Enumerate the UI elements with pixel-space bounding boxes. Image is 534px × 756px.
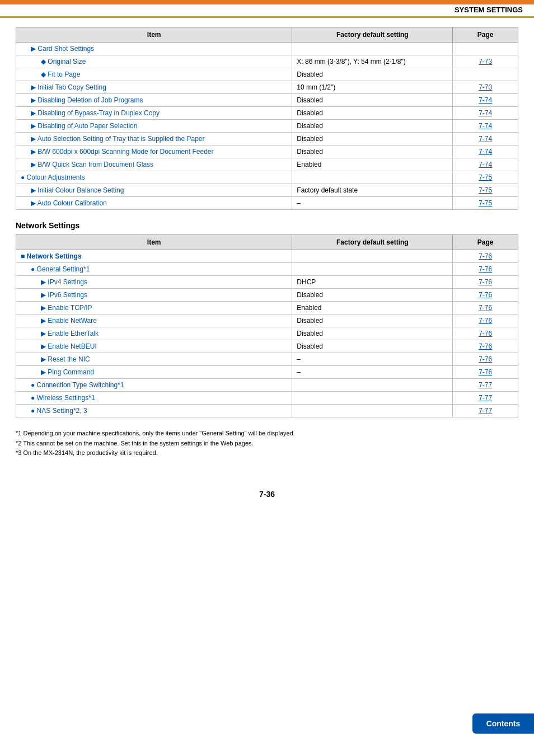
row-page [453, 68, 518, 81]
row-item: ▶ B/W 600dpi x 600dpi Scanning Mode for … [16, 145, 292, 158]
row-factory: Disabled [292, 314, 453, 327]
table-row: ▶ Disabling Deletion of Job ProgramsDisa… [16, 94, 518, 107]
row-page: 7-76 [453, 314, 518, 327]
footnote-item: *3 On the MX-2314N, the productivity kit… [16, 448, 518, 458]
row-factory [292, 392, 453, 405]
row-page: 7-76 [453, 340, 518, 353]
row-item: ▶ Auto Selection Setting of Tray that is… [16, 133, 292, 145]
row-page: 7-74 [453, 107, 518, 120]
row-factory: DHCP [292, 276, 453, 289]
row-factory: Disabled [292, 94, 453, 107]
col-page-header2: Page [453, 235, 518, 250]
row-factory: Enabled [292, 158, 453, 171]
row-item: ▶ Disabling of Auto Paper Selection [16, 120, 292, 133]
row-item: ▶ Card Shot Settings [16, 43, 292, 55]
main-content: Item Factory default setting Page ▶ Card… [0, 18, 534, 467]
row-item: ■ Network Settings [16, 250, 292, 263]
row-item: ● Colour Adjustments [16, 171, 292, 184]
row-item: ▶ Disabling Deletion of Job Programs [16, 94, 292, 107]
row-factory: Disabled [292, 133, 453, 145]
network-settings-title: Network Settings [16, 221, 518, 230]
row-item: ◆ Original Size [16, 55, 292, 68]
row-factory [292, 263, 453, 276]
row-page: 7-74 [453, 94, 518, 107]
top-orange-bar [0, 0, 534, 4]
row-page: 7-73 [453, 55, 518, 68]
row-item: ▶ Enable NetWare [16, 314, 292, 327]
table-row: ▶ Disabling of Auto Paper SelectionDisab… [16, 120, 518, 133]
row-factory: Disabled [292, 68, 453, 81]
row-factory: – [292, 197, 453, 210]
row-factory [292, 250, 453, 263]
row-factory: Disabled [292, 327, 453, 340]
row-page: 7-76 [453, 289, 518, 302]
row-page: 7-75 [453, 171, 518, 184]
row-page: 7-76 [453, 276, 518, 289]
table-row: ▶ IPv4 SettingsDHCP7-76 [16, 276, 518, 289]
table-row: ● Wireless Settings*17-77 [16, 392, 518, 405]
table-row: ● NAS Setting*2, 37-77 [16, 405, 518, 417]
table-row: ▶ Enable TCP/IPEnabled7-76 [16, 302, 518, 314]
row-item: ▶ Ping Command [16, 366, 292, 379]
row-page: 7-75 [453, 184, 518, 197]
row-item: ▶ Initial Tab Copy Setting [16, 81, 292, 94]
row-factory: Disabled [292, 289, 453, 302]
col-item-header2: Item [16, 235, 292, 250]
row-factory: Factory default state [292, 184, 453, 197]
row-page: 7-77 [453, 379, 518, 392]
table-row: ▶ Reset the NIC–7-76 [16, 353, 518, 366]
contents-button[interactable]: Contents [472, 713, 534, 734]
row-factory: Disabled [292, 145, 453, 158]
row-item: ◆ Fit to Page [16, 68, 292, 81]
table-row: ● Connection Type Switching*17-77 [16, 379, 518, 392]
table-row: ▶ Enable NetWareDisabled7-76 [16, 314, 518, 327]
row-page: 7-76 [453, 263, 518, 276]
table-row: ▶ Disabling of Bypass-Tray in Duplex Cop… [16, 107, 518, 120]
row-item: ▶ Disabling of Bypass-Tray in Duplex Cop… [16, 107, 292, 120]
row-item: ▶ Initial Colour Balance Setting [16, 184, 292, 197]
table-copy-settings: Item Factory default setting Page ▶ Card… [16, 27, 518, 210]
table-row: ▶ Auto Colour Calibration–7-75 [16, 197, 518, 210]
table-row: ▶ IPv6 SettingsDisabled7-76 [16, 289, 518, 302]
row-page: 7-76 [453, 250, 518, 263]
col-factory-header2: Factory default setting [292, 235, 453, 250]
row-page: 7-77 [453, 405, 518, 417]
row-item: ▶ Enable TCP/IP [16, 302, 292, 314]
row-item: ▶ IPv6 Settings [16, 289, 292, 302]
footnote-item: *1 Depending on your machine specificati… [16, 429, 518, 439]
table-network-settings: Item Factory default setting Page ■ Netw… [16, 234, 518, 417]
row-item: ▶ IPv4 Settings [16, 276, 292, 289]
row-factory: X: 86 mm (3-3/8"), Y: 54 mm (2-1/8") [292, 55, 453, 68]
row-factory: Disabled [292, 340, 453, 353]
table-row: ■ Network Settings7-76 [16, 250, 518, 263]
row-page: 7-74 [453, 145, 518, 158]
header-title: SYSTEM SETTINGS [455, 6, 523, 14]
table-row: ● Colour Adjustments7-75 [16, 171, 518, 184]
row-page: 7-73 [453, 81, 518, 94]
col-item-header: Item [16, 27, 292, 43]
row-item: ● NAS Setting*2, 3 [16, 405, 292, 417]
row-factory: – [292, 366, 453, 379]
row-factory: Disabled [292, 107, 453, 120]
table-row: ▶ Initial Colour Balance SettingFactory … [16, 184, 518, 197]
row-factory [292, 43, 453, 55]
footnotes: *1 Depending on your machine specificati… [16, 429, 518, 458]
row-item: ▶ Enable NetBEUI [16, 340, 292, 353]
row-item: ▶ Auto Colour Calibration [16, 197, 292, 210]
row-item: ● Wireless Settings*1 [16, 392, 292, 405]
row-page: 7-74 [453, 158, 518, 171]
row-item: ▶ Reset the NIC [16, 353, 292, 366]
page-number: 7-36 [0, 490, 534, 499]
table-row: ◆ Fit to PageDisabled [16, 68, 518, 81]
row-page: 7-76 [453, 353, 518, 366]
table-row: ◆ Original SizeX: 86 mm (3-3/8"), Y: 54 … [16, 55, 518, 68]
col-page-header: Page [453, 27, 518, 43]
table-row: ▶ B/W Quick Scan from Document GlassEnab… [16, 158, 518, 171]
row-page [453, 43, 518, 55]
row-page: 7-76 [453, 327, 518, 340]
row-page: 7-76 [453, 366, 518, 379]
table-row: ● General Setting*17-76 [16, 263, 518, 276]
table-row: ▶ Auto Selection Setting of Tray that is… [16, 133, 518, 145]
row-factory: – [292, 353, 453, 366]
row-factory: 10 mm (1/2") [292, 81, 453, 94]
